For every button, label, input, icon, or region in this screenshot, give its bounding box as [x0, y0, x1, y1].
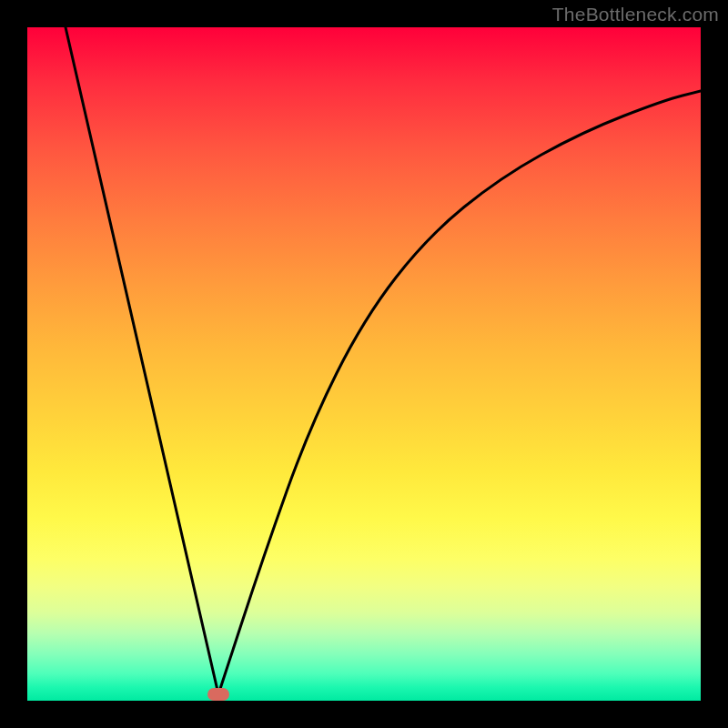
plot-frame: [27, 27, 701, 701]
left-linear-descent: [66, 27, 218, 694]
right-curve-ascend: [218, 91, 701, 694]
curve-layer: [27, 27, 701, 701]
minimum-dot: [207, 688, 229, 701]
watermark-text: TheBottleneck.com: [552, 4, 719, 25]
